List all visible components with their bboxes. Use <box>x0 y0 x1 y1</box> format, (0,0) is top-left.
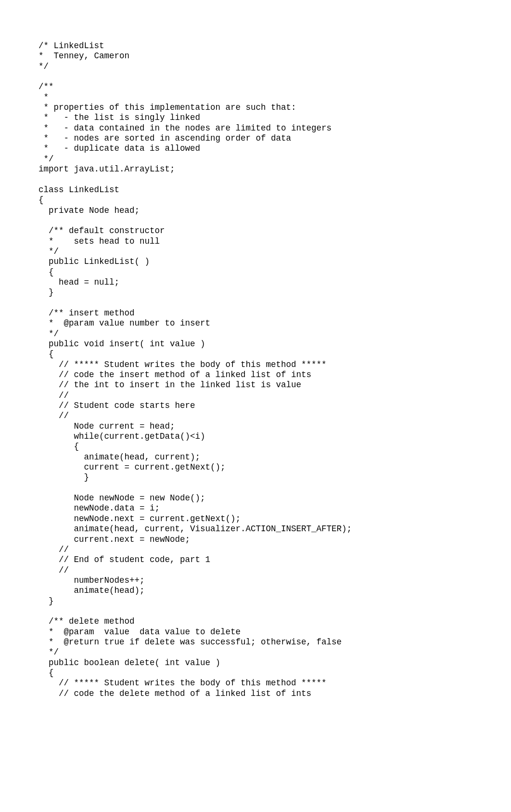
source-code-block: /* LinkedList * Tenney, Cameron */ /** *… <box>0 0 511 699</box>
